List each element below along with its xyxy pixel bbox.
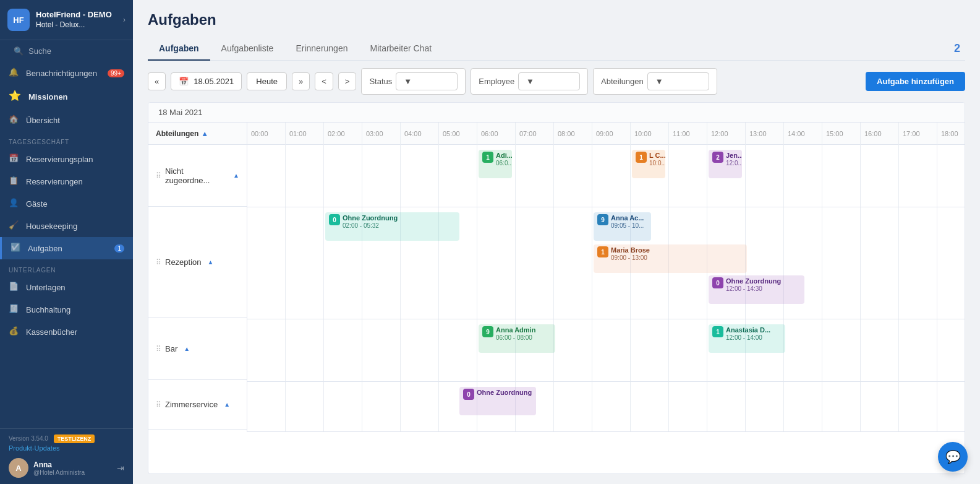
event-name: Jen... [726,152,742,160]
event-name: Ohne Zuordnung [726,277,801,285]
nav-prev-button[interactable]: « [148,72,166,90]
sidebar-item-missions[interactable]: ⭐ Missionen [0,84,133,109]
expand-icon[interactable]: ▲ [224,401,230,408]
time-07: 07:00 [516,123,554,145]
cell [899,382,937,431]
event-name: L C... [649,152,665,160]
event-jen[interactable]: 2 Jen... 12:0... [709,150,742,178]
unterlagen-label: Unterlagen [26,283,66,292]
event-anna-admin[interactable]: 9 Anna Admin 06:00 - 08:00 [479,324,555,353]
cash-icon: 💰 [9,326,20,337]
cell [324,382,362,431]
event-name: Anna Admin [496,326,552,334]
home-icon: 🏠 [9,115,20,126]
cell [861,319,899,381]
sidebar-item-buchhaltung[interactable]: 🧾 Buchhaltung [0,298,133,321]
calendar-icon: 📅 [9,153,20,165]
event-name: Adi... [496,152,512,160]
sidebar-item-reservierungen[interactable]: 📋 Reservierungen [0,170,133,192]
user-name: Anna [33,460,85,469]
sidebar-item-notifications[interactable]: 🔔 Benachrichtigungen 99+ [0,62,133,84]
logout-icon[interactable]: ⇥ [117,463,124,473]
time-04: 04:00 [401,123,439,145]
label-rezeption: ⠿ Rezeption ▲ [148,207,247,318]
event-anna-ac[interactable]: 9 Anna Ac... 09:05 - 10... [594,212,651,241]
tab-mitarbeiter-chat[interactable]: Mitarbeiter Chat [359,37,443,61]
sidebar-item-reservierungsplan[interactable]: 📅 Reservierungsplan [0,148,133,170]
main-header: Aufgaben Aufgaben Aufgabenliste Erinneru… [133,0,980,61]
cell [439,319,477,381]
add-task-button[interactable]: Aufgabe hinzufügen [866,72,965,91]
cell [247,382,286,431]
cell [899,319,937,381]
file-icon: 📄 [9,282,20,293]
tab-erinnerungen[interactable]: Erinnerungen [284,37,359,61]
sidebar-item-unterlagen[interactable]: 📄 Unterlagen [0,276,133,298]
drag-handle-icon: ⠿ [156,345,161,353]
time-17: 17:00 [899,123,937,145]
cell [861,382,899,431]
drag-handle-icon: ⠿ [156,400,161,409]
tab-aufgaben[interactable]: Aufgaben [148,37,210,61]
cell [784,319,822,381]
tasks-icon: ☑️ [11,243,22,254]
cell [861,207,899,319]
today-button[interactable]: Heute [247,72,287,90]
status-filter[interactable]: Status ▼ [361,68,466,95]
arrow-right-button[interactable]: > [338,72,357,90]
cell [631,319,669,381]
event-anastasia[interactable]: 1 Anastasia D... 12:00 - 14:00 [709,324,785,353]
event-name: Anastasia D... [726,326,782,334]
event-time: 10:0... [649,160,665,166]
nav-next-button[interactable]: » [292,72,310,90]
aufgaben-sidebar-label: Aufgaben [28,244,62,253]
chat-button[interactable]: 💬 [938,442,968,472]
cell [286,207,324,319]
main-content: Aufgaben Aufgaben Aufgabenliste Erinneru… [133,0,980,484]
tab-notification[interactable]: 2 [954,42,965,55]
employee-chevron-icon: ▼ [518,72,580,90]
expand-icon[interactable]: ▲ [184,345,190,352]
section-unterlagen: UNTERLAGEN [0,259,133,276]
sidebar-item-overview[interactable]: 🏠 Übersicht [0,109,133,131]
sidebar-bottom: Version 3.54.0 TESTLIZENZ Produkt-Update… [0,428,133,484]
star-icon: ⭐ [9,90,22,103]
cell [362,382,401,431]
event-adi[interactable]: 1 Adi... 06:0... [479,150,512,178]
cell [822,207,861,319]
departments-header: Abteilungen ▲ [148,123,247,145]
event-ohne-zuordnung-2[interactable]: 0 Ohne Zuordnung 12:00 - 14:30 [709,275,804,304]
event-lc[interactable]: 1 L C... 10:0... [632,150,665,178]
tab-aufgabenliste[interactable]: Aufgabenliste [210,37,285,61]
event-maria-brose[interactable]: 1 Maria Brose 09:00 - 13:00 [594,244,747,273]
departments-label: Abteilungen [156,129,198,138]
employee-filter[interactable]: Employee ▼ [471,68,588,95]
testlizenz-badge: TESTLIZENZ [54,434,95,443]
expand-icon[interactable]: ▲ [208,259,214,266]
cell [477,207,516,319]
event-badge: 1 [636,152,647,163]
arrow-left-button[interactable]: < [315,72,333,90]
status-filter-label: Status [369,77,392,86]
expand-icon[interactable]: ▲ [233,172,239,179]
sidebar-item-kassenbuecher[interactable]: 💰 Kassenbücher [0,321,133,343]
event-ohne-zuordnung-1[interactable]: 0 Ohne Zuordnung 02:00 - 05:32 [325,212,459,241]
cell [822,382,861,431]
produkt-updates-link[interactable]: Produkt-Updates [9,444,124,452]
sidebar-item-aufgaben[interactable]: ☑️ Aufgaben 1 [0,237,133,259]
cell [286,145,324,207]
cell [286,319,324,381]
cell [784,382,822,431]
logo-subtitle: Hotel - Delux... [36,20,112,30]
time-16: 16:00 [861,123,899,145]
abteilungen-filter[interactable]: Abteilungen ▼ [593,68,717,95]
time-18: 18:00 [937,123,965,145]
users-icon: 👤 [9,198,20,209]
tabs-bar: Aufgaben Aufgabenliste Erinnerungen Mita… [148,37,965,61]
cell [899,207,937,319]
sidebar-logo[interactable]: HF HotelFriend - DEMO Hotel - Delux... › [0,0,133,40]
sidebar-item-gaeste[interactable]: 👤 Gäste [0,192,133,215]
event-ohne-zuordnung-zs[interactable]: 0 Ohne Zuordnung [459,387,536,415]
sidebar-search[interactable]: 🔍 Suche [0,40,133,62]
sidebar-item-housekeeping[interactable]: 🧹 Housekeeping [0,215,133,237]
